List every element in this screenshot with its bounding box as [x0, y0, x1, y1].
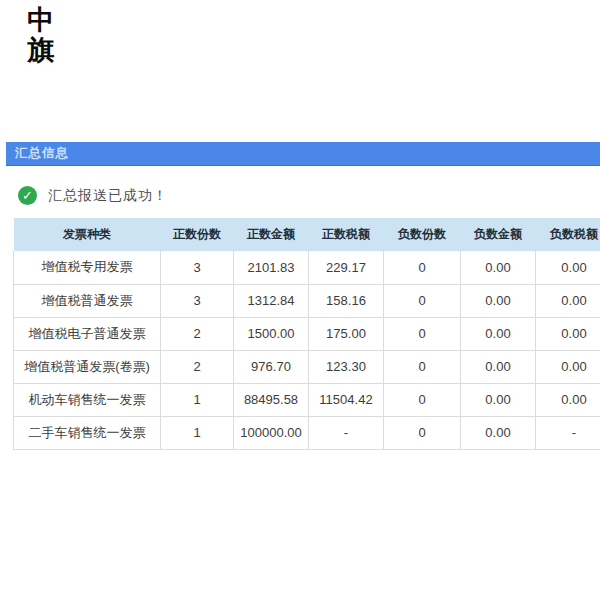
value-cell: 0.00 — [536, 350, 600, 383]
table-row: 机动车销售统一发票188495.5811504.4200.000.00 — [14, 383, 600, 416]
value-cell: 11504.42 — [309, 383, 384, 416]
value-cell: - — [309, 416, 384, 449]
dialog-title: 汇总信息 — [15, 145, 69, 162]
value-cell: 3 — [161, 284, 234, 317]
value-cell: 0 — [384, 350, 461, 383]
value-cell: 1 — [161, 383, 234, 416]
value-cell: 2 — [161, 317, 234, 350]
column-header: 发票种类 — [14, 218, 161, 251]
value-cell: 0.00 — [461, 350, 536, 383]
value-cell: - — [536, 416, 600, 449]
value-cell: 0 — [384, 251, 461, 284]
table-header-row: 发票种类正数份数正数金额正数税额负数份数负数金额负数税额 — [14, 218, 600, 251]
value-cell: 0 — [384, 383, 461, 416]
value-cell: 3 — [161, 251, 234, 284]
value-cell: 2 — [161, 350, 234, 383]
vendor-logo: 中 旗 — [24, 5, 58, 65]
table-row: 增值税普通发票(卷票)2976.70123.3000.000.00 — [14, 350, 600, 383]
value-cell: 0 — [384, 284, 461, 317]
value-cell: 976.70 — [234, 350, 309, 383]
value-cell: 100000.00 — [234, 416, 309, 449]
value-cell: 0 — [384, 416, 461, 449]
value-cell: 0.00 — [536, 383, 600, 416]
invoice-type-cell: 增值税电子普通发票 — [14, 317, 161, 350]
value-cell: 123.30 — [309, 350, 384, 383]
vendor-logo-char: 中 — [28, 5, 55, 35]
value-cell: 0.00 — [461, 383, 536, 416]
invoice-type-cell: 二手车销售统一发票 — [14, 416, 161, 449]
invoice-type-cell: 增值税普通发票(卷票) — [14, 350, 161, 383]
table-row: 二手车销售统一发票1100000.00-00.00- — [14, 416, 600, 449]
invoice-type-cell: 增值税专用发票 — [14, 251, 161, 284]
summary-table: 发票种类正数份数正数金额正数税额负数份数负数金额负数税额 增值税专用发票3210… — [13, 218, 600, 450]
value-cell: 158.16 — [309, 284, 384, 317]
column-header: 正数税额 — [309, 218, 384, 251]
value-cell: 0.00 — [461, 416, 536, 449]
value-cell: 0.00 — [536, 284, 600, 317]
value-cell: 175.00 — [309, 317, 384, 350]
value-cell: 0.00 — [536, 251, 600, 284]
check-icon: ✓ — [18, 186, 37, 205]
invoice-type-cell: 增值税普通发票 — [14, 284, 161, 317]
value-cell: 0 — [384, 317, 461, 350]
summary-table-header: 发票种类正数份数正数金额正数税额负数份数负数金额负数税额 — [14, 218, 600, 251]
column-header: 负数税额 — [536, 218, 600, 251]
value-cell: 229.17 — [309, 251, 384, 284]
value-cell: 0.00 — [536, 317, 600, 350]
column-header: 正数金额 — [234, 218, 309, 251]
value-cell: 2101.83 — [234, 251, 309, 284]
value-cell: 1312.84 — [234, 284, 309, 317]
vendor-logo-char: 旗 — [28, 35, 55, 65]
invoice-type-cell: 机动车销售统一发票 — [14, 383, 161, 416]
value-cell: 88495.58 — [234, 383, 309, 416]
table-row: 增值税专用发票32101.83229.1700.000.00 — [14, 251, 600, 284]
table-row: 增值税电子普通发票21500.00175.0000.000.00 — [14, 317, 600, 350]
value-cell: 0.00 — [461, 251, 536, 284]
column-header: 负数金额 — [461, 218, 536, 251]
value-cell: 0.00 — [461, 284, 536, 317]
status-row: ✓ 汇总报送已成功！ — [18, 186, 168, 205]
value-cell: 1 — [161, 416, 234, 449]
column-header: 负数份数 — [384, 218, 461, 251]
summary-table-body: 增值税专用发票32101.83229.1700.000.00增值税普通发票313… — [14, 251, 600, 449]
value-cell: 1500.00 — [234, 317, 309, 350]
dialog-titlebar[interactable]: 汇总信息 — [6, 142, 600, 166]
column-header: 正数份数 — [161, 218, 234, 251]
status-message: 汇总报送已成功！ — [48, 187, 168, 205]
table-row: 增值税普通发票31312.84158.1600.000.00 — [14, 284, 600, 317]
value-cell: 0.00 — [461, 317, 536, 350]
